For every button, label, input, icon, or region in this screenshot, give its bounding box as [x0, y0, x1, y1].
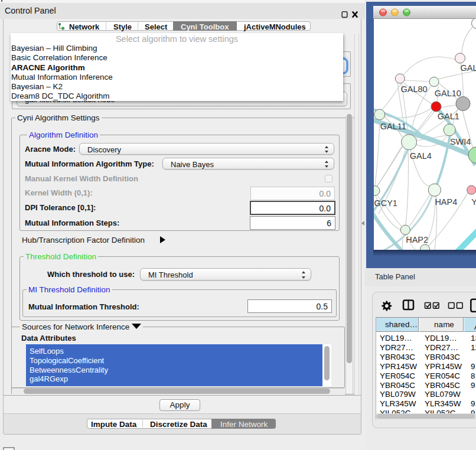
- svg-text:GAL10: GAL10: [435, 89, 461, 98]
- svg-text:GAL4: GAL4: [410, 151, 432, 161]
- svg-text:GAL1: GAL1: [438, 112, 459, 121]
- svg-text:Y: Y: [471, 197, 476, 207]
- svg-text:SWI4: SWI4: [450, 137, 471, 146]
- svg-text:GAL80: GAL80: [401, 84, 428, 94]
- svg-text:GAL11: GAL11: [380, 122, 406, 131]
- svg-text:HAP4: HAP4: [435, 197, 457, 207]
- svg-text:HAP2: HAP2: [406, 235, 428, 244]
- svg-text:GAL2: GAL2: [461, 63, 476, 73]
- svg-text:GCY1: GCY1: [374, 198, 397, 208]
